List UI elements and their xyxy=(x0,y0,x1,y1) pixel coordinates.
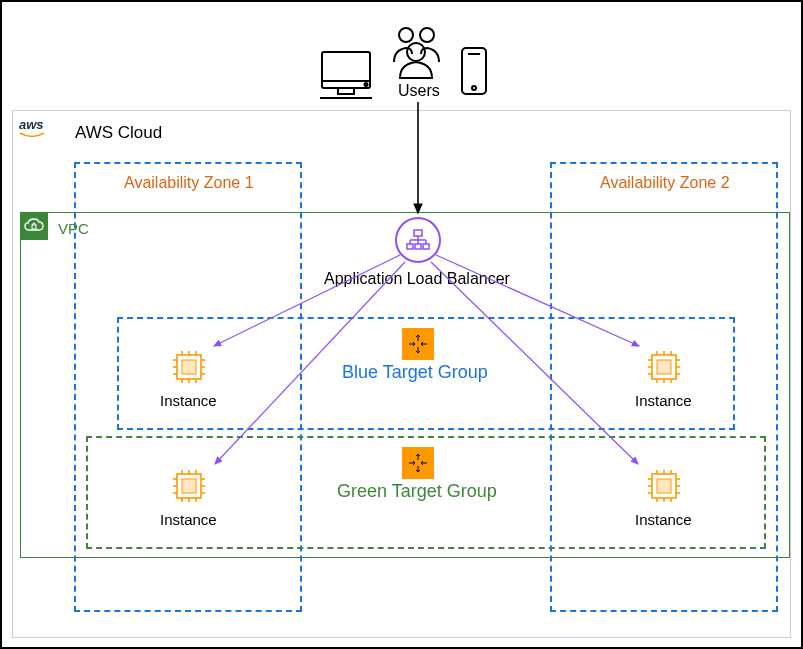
svg-rect-58 xyxy=(182,479,196,493)
instance-icon xyxy=(645,348,683,386)
application-load-balancer-label: Application Load Balancer xyxy=(324,270,510,288)
svg-rect-2 xyxy=(338,88,354,94)
blue-target-group-label: Blue Target Group xyxy=(342,362,488,383)
green-target-group-label: Green Target Group xyxy=(337,481,497,502)
aws-logo: aws xyxy=(19,117,45,140)
svg-rect-12 xyxy=(414,230,422,236)
application-load-balancer-icon xyxy=(395,217,441,263)
diagram-canvas: Users aws AWS Cloud Availability Zone 1 … xyxy=(0,0,803,649)
svg-rect-19 xyxy=(415,244,421,249)
svg-rect-72 xyxy=(657,479,671,493)
instance-label: Instance xyxy=(635,511,692,528)
blue-target-group-icon xyxy=(402,328,434,360)
instance-label: Instance xyxy=(635,392,692,409)
instance-icon xyxy=(645,467,683,505)
svg-point-4 xyxy=(365,83,368,86)
users-label: Users xyxy=(398,82,440,100)
svg-rect-8 xyxy=(462,48,486,94)
svg-rect-0 xyxy=(322,52,370,88)
availability-zone-1-label: Availability Zone 1 xyxy=(124,174,254,192)
instance-label: Instance xyxy=(160,511,217,528)
svg-rect-11 xyxy=(32,225,36,229)
vpc-label: VPC xyxy=(58,220,89,237)
svg-point-6 xyxy=(420,28,434,42)
instance-icon xyxy=(170,348,208,386)
svg-rect-44 xyxy=(657,360,671,374)
svg-rect-30 xyxy=(182,360,196,374)
green-target-group-icon xyxy=(402,447,434,479)
vpc-icon xyxy=(20,212,48,240)
aws-cloud-label: AWS Cloud xyxy=(75,123,162,143)
instance-icon xyxy=(170,467,208,505)
svg-rect-18 xyxy=(407,244,413,249)
svg-point-5 xyxy=(399,28,413,42)
svg-point-7 xyxy=(407,43,425,61)
instance-label: Instance xyxy=(160,392,217,409)
svg-rect-20 xyxy=(423,244,429,249)
svg-point-9 xyxy=(472,86,476,90)
availability-zone-2-label: Availability Zone 2 xyxy=(600,174,730,192)
